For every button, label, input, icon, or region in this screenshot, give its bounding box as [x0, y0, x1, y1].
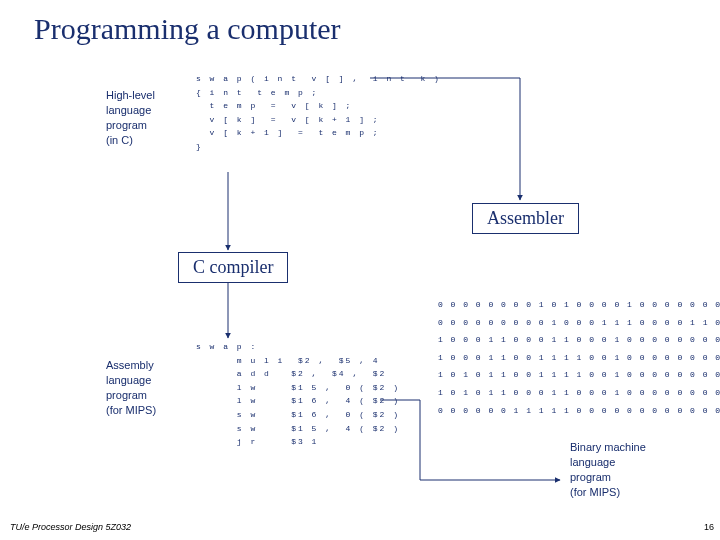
slide-title: Programming a computer: [34, 12, 341, 46]
binary-code-block: 0 0 0 0 0 0 0 0 1 0 1 0 0 0 0 1 0 0 0 0 …: [438, 296, 720, 419]
footer-left: TU/e Processor Design 5Z032: [10, 522, 131, 532]
asm-code-block: s w a p : m u l i $2 , $5 , 4 a d d $2 ,…: [196, 340, 400, 449]
highlevel-label: High-level language program (in C): [106, 88, 155, 147]
c-compiler-box: C compiler: [178, 252, 288, 283]
c-code-block: s w a p ( i n t v [ ] , i n t k ) { i n …: [196, 72, 441, 154]
footer-page-number: 16: [704, 522, 714, 532]
asm-label: Assembly language program (for MIPS): [106, 358, 156, 417]
binary-label: Binary machine language program (for MIP…: [570, 440, 646, 499]
assembler-box: Assembler: [472, 203, 579, 234]
